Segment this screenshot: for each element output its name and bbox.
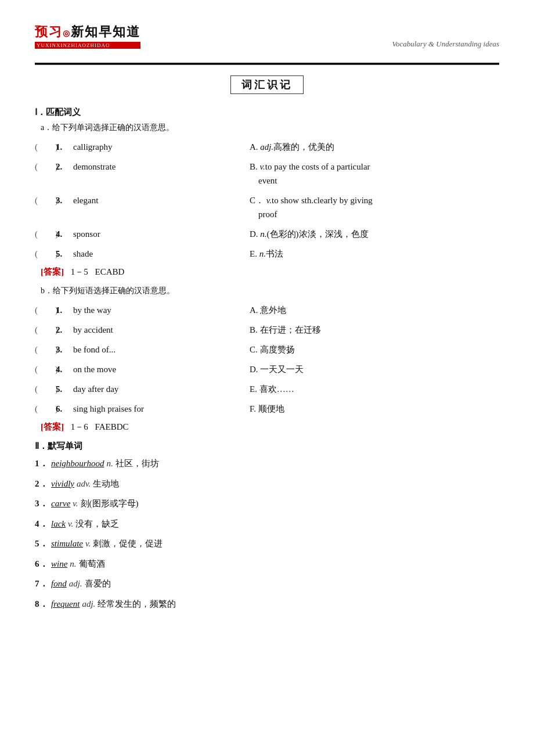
paren-b1: ( ) bbox=[35, 303, 56, 317]
dict-meaning-2: 生动地 bbox=[93, 477, 119, 492]
dict-word-1: neighbourhood bbox=[51, 456, 104, 471]
brand-block: 预习◎新知早知道 YUXINXINZHIAOZHIDAO bbox=[35, 23, 140, 49]
dict-word-8: frequent bbox=[51, 597, 80, 612]
num-a3: 3. bbox=[56, 193, 71, 207]
word-b4: on the move bbox=[73, 362, 244, 376]
dict-pos-5: v. bbox=[85, 537, 91, 552]
word-b6: sing high praises for bbox=[73, 402, 244, 416]
dict-word-5: stimulate bbox=[51, 537, 83, 552]
dict-num-4: 4． bbox=[35, 517, 51, 532]
answer-a-range: 1－5 bbox=[71, 267, 88, 276]
brand-prefix: 预习 bbox=[35, 24, 63, 39]
word-b1: by the way bbox=[73, 303, 244, 317]
dict-num-8: 8． bbox=[35, 597, 51, 612]
match-left-b5: ( ) 5. day after day bbox=[35, 382, 244, 396]
num-a2: 2. bbox=[56, 160, 71, 174]
dict-item-1: 1． neighbourhood n. 社区，街坊 bbox=[35, 456, 499, 471]
paren-b3: ( ) bbox=[35, 343, 56, 357]
brand-suffix: 新知早知道 bbox=[71, 24, 140, 39]
answer-b: [答案] 1－6 FAEBDC bbox=[41, 422, 499, 433]
dict-word-7: fond bbox=[51, 577, 67, 592]
match-right-a1: A. adj.高雅的，优美的 bbox=[244, 140, 499, 154]
dict-pos-7: adj. bbox=[69, 577, 82, 592]
match-right-b4: D. 一天又一天 bbox=[244, 362, 499, 376]
word-b3: be fond of... bbox=[73, 343, 244, 357]
dict-word-6: wine bbox=[51, 557, 67, 572]
match-left-b4: ( ) 4. on the move bbox=[35, 362, 244, 376]
word-b2: by accident bbox=[73, 323, 244, 337]
match-row-a3: ( ) 3. elegant C． v.to show sth.clearly … bbox=[35, 193, 499, 221]
answer-a-label: [答案] bbox=[41, 267, 64, 276]
dict-meaning-5: 刺激，促使，促进 bbox=[93, 537, 163, 552]
dict-num-6: 6． bbox=[35, 557, 51, 572]
dict-pos-4: v. bbox=[68, 517, 73, 532]
num-b3: 3. bbox=[56, 343, 71, 357]
match-row-a5: ( ) 5. shade E. n.书法 bbox=[35, 247, 499, 261]
word-a2: demonstrate bbox=[73, 160, 244, 174]
match-row-b3: ( ) 3. be fond of... C. 高度赞扬 bbox=[35, 343, 499, 357]
answer-a-value: ECABD bbox=[95, 267, 125, 276]
paren-a1: ( ) bbox=[35, 140, 56, 154]
dict-num-3: 3． bbox=[35, 496, 51, 512]
match-left-b1: ( ) 1. by the way bbox=[35, 303, 244, 317]
match-right-b2: B. 在行进；在迁移 bbox=[244, 323, 499, 337]
num-b5: 5. bbox=[56, 382, 71, 396]
answer-b-range: 1－6 bbox=[71, 422, 88, 431]
match-row-a4: ( ) 4. sponsor D. n.(色彩的)浓淡，深浅，色度 bbox=[35, 227, 499, 241]
dict-num-1: 1． bbox=[35, 456, 51, 471]
num-b6: 6. bbox=[56, 402, 71, 416]
dict-pos-3: v. bbox=[73, 496, 78, 512]
dict-meaning-6: 葡萄酒 bbox=[79, 557, 105, 572]
match-left-b2: ( ) 2. by accident bbox=[35, 323, 244, 337]
roman2-label: Ⅱ．默写单词 bbox=[35, 441, 499, 452]
num-b1: 1. bbox=[56, 303, 71, 317]
dict-word-3: carve bbox=[51, 496, 70, 512]
dict-meaning-7: 喜爱的 bbox=[85, 577, 111, 592]
dict-pos-8: adj. bbox=[82, 597, 95, 612]
match-right-a5: E. n.书法 bbox=[244, 247, 499, 261]
word-a3: elegant bbox=[73, 193, 244, 207]
paren-a3: ( ) bbox=[35, 193, 56, 207]
match-section-a: ( ) 1. calligraphy A. adj.高雅的，优美的 ( ) 2.… bbox=[35, 140, 499, 261]
subsection-b-instruction: b．给下列短语选择正确的汉语意思。 bbox=[41, 286, 499, 296]
dict-pos-2: adv. bbox=[77, 477, 91, 492]
dict-pos-6: n. bbox=[70, 557, 76, 572]
paren-b6: ( ) bbox=[35, 402, 56, 416]
brand-circle: ◎ bbox=[63, 28, 71, 38]
roman1-label: Ⅰ．匹配词义 bbox=[35, 107, 499, 118]
dict-item-7: 7． fond adj. 喜爱的 bbox=[35, 577, 499, 592]
match-right-a4: D. n.(色彩的)浓淡，深浅，色度 bbox=[244, 227, 499, 241]
match-right-b1: A. 意外地 bbox=[244, 303, 499, 317]
dict-item-8: 8． frequent adj. 经常发生的，频繁的 bbox=[35, 597, 499, 612]
paren-b5: ( ) bbox=[35, 382, 56, 396]
word-a5: shade bbox=[73, 247, 244, 261]
dict-item-2: 2． vividly adv. 生动地 bbox=[35, 477, 499, 492]
word-a4: sponsor bbox=[73, 227, 244, 241]
match-left-a3: ( ) 3. elegant bbox=[35, 193, 244, 207]
paren-a4: ( ) bbox=[35, 227, 56, 241]
match-row-b1: ( ) 1. by the way A. 意外地 bbox=[35, 303, 499, 317]
answer-b-label: [答案] bbox=[41, 422, 64, 431]
subsection-a-instruction: a．给下列单词选择正确的汉语意思。 bbox=[41, 123, 499, 133]
match-left-b6: ( ) 6. sing high praises for bbox=[35, 402, 244, 416]
match-row-b6: ( ) 6. sing high praises for F. 顺便地 bbox=[35, 402, 499, 416]
dict-num-7: 7． bbox=[35, 577, 51, 592]
match-right-b5: E. 喜欢…… bbox=[244, 382, 499, 396]
num-a5: 5. bbox=[56, 247, 71, 261]
paren-a2: ( ) bbox=[35, 160, 56, 174]
header-divider-thin bbox=[35, 64, 499, 65]
match-row-a2: ( ) 2. demonstrate B. v.to pay the costs… bbox=[35, 160, 499, 188]
answer-a: [答案] 1－5 ECABD bbox=[41, 267, 499, 278]
section-title: 词汇识记 bbox=[230, 75, 304, 94]
match-left-a2: ( ) 2. demonstrate bbox=[35, 160, 244, 174]
dictation-list: 1． neighbourhood n. 社区，街坊 2． vividly adv… bbox=[35, 456, 499, 611]
dict-num-2: 2． bbox=[35, 477, 51, 492]
dict-meaning-1: 社区，街坊 bbox=[116, 456, 159, 471]
match-left-a5: ( ) 5. shade bbox=[35, 247, 244, 261]
dict-meaning-4: 没有，缺乏 bbox=[75, 517, 119, 532]
num-b4: 4. bbox=[56, 362, 71, 376]
match-right-b6: F. 顺便地 bbox=[244, 402, 499, 416]
paren-a5: ( ) bbox=[35, 247, 56, 261]
dict-word-2: vividly bbox=[51, 477, 74, 492]
match-row-b4: ( ) 4. on the move D. 一天又一天 bbox=[35, 362, 499, 376]
